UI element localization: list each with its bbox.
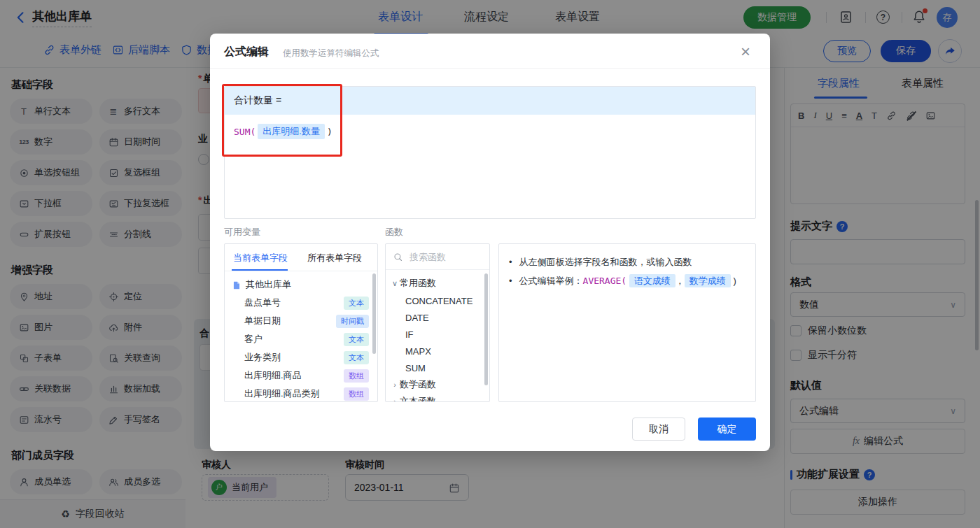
help-tip-2: •公式编辑举例：AVERAGE( 语文成绩，数学成绩 ) xyxy=(509,271,746,290)
variables-root-item[interactable]: 其他出库单 xyxy=(225,276,377,294)
variable-item[interactable]: 单据日期时间戳 xyxy=(225,312,377,330)
cancel-button[interactable]: 取消 xyxy=(632,418,685,441)
functions-tree: ∨常用函数 CONCATENATE DATE IF MAPX SUM ›数学函数… xyxy=(386,270,489,402)
formula-paren-close: ) xyxy=(327,127,332,137)
function-item[interactable]: IF xyxy=(386,326,489,343)
functions-scrollbar[interactable] xyxy=(484,273,488,385)
formula-function-name: SUM( xyxy=(234,127,255,137)
example-function-name: AVERAGE( xyxy=(583,276,627,286)
type-badge: 数组 xyxy=(344,369,369,383)
functions-panel: ∨常用函数 CONCATENATE DATE IF MAPX SUM ›数学函数… xyxy=(385,243,490,402)
variable-item[interactable]: 客户文本 xyxy=(225,330,377,348)
formula-edit-modal: 公式编辑 使用数学运算符编辑公式 × 合计数量 = SUM( 出库明细.数量 )… xyxy=(210,34,770,451)
function-group-text[interactable]: ›文本函数 xyxy=(386,393,489,402)
close-icon[interactable]: × xyxy=(741,43,750,60)
type-badge: 数组 xyxy=(344,387,369,401)
type-badge: 时间戳 xyxy=(336,315,369,328)
variable-item[interactable]: 出库明细.商品类别数组 xyxy=(225,385,377,402)
modal-header-divider xyxy=(210,68,770,69)
functions-label: 函数 xyxy=(385,226,403,238)
variables-tree: 其他出库单 盘点单号文本 单据日期时间戳 客户文本 业务类别文本 出库明细.商品… xyxy=(225,271,377,402)
modal-subtitle: 使用数学运算符编辑公式 xyxy=(283,48,379,59)
tab-current-form-fields[interactable]: 当前表单字段 xyxy=(233,252,288,264)
variables-label: 可用变量 xyxy=(224,226,260,238)
formula-expression[interactable]: SUM( 出库明细.数量 ) xyxy=(234,124,332,139)
confirm-button[interactable]: 确定 xyxy=(698,418,756,441)
function-group-math[interactable]: ›数学函数 xyxy=(386,376,489,393)
chevron-right-icon: › xyxy=(390,397,400,402)
function-item[interactable]: DATE xyxy=(386,309,489,326)
variables-tab-indicator xyxy=(232,269,288,271)
variables-scrollbar[interactable] xyxy=(372,273,376,354)
formula-editor[interactable]: 合计数量 = SUM( 出库明细.数量 ) xyxy=(224,86,756,219)
example-field-chip: 语文成绩 xyxy=(629,274,676,287)
formula-field-chip[interactable]: 出库明细.数量 xyxy=(258,124,325,139)
help-tip-1: •从左侧面板选择字段名和函数，或输入函数 xyxy=(509,252,746,271)
chevron-right-icon: › xyxy=(390,380,400,389)
variables-panel: 当前表单字段 所有表单字段 其他出库单 盘点单号文本 单据日期时间戳 客户文本 … xyxy=(224,243,378,402)
example-field-chip: 数学成绩 xyxy=(685,274,731,287)
formula-help-panel: •从左侧面板选择字段名和函数，或输入函数 •公式编辑举例：AVERAGE( 语文… xyxy=(498,243,756,402)
variable-item[interactable]: 盘点单号文本 xyxy=(225,294,377,312)
chevron-down-icon: ∨ xyxy=(390,279,400,288)
function-search xyxy=(386,244,489,270)
formula-target-bar: 合计数量 = xyxy=(225,87,755,115)
search-icon xyxy=(393,250,403,263)
function-item[interactable]: MAPX xyxy=(386,343,489,359)
function-search-input[interactable] xyxy=(408,251,477,263)
modal-title: 公式编辑 xyxy=(224,45,269,59)
form-doc-icon xyxy=(232,279,241,290)
type-badge: 文本 xyxy=(344,297,369,310)
type-badge: 文本 xyxy=(344,333,369,346)
variable-item[interactable]: 出库明细.商品数组 xyxy=(225,366,377,385)
tab-all-form-fields[interactable]: 所有表单字段 xyxy=(307,252,362,264)
function-group-common[interactable]: ∨常用函数 xyxy=(386,274,489,292)
type-badge: 文本 xyxy=(344,351,369,364)
variable-item[interactable]: 业务类别文本 xyxy=(225,348,377,366)
function-item[interactable]: SUM xyxy=(386,359,489,376)
variables-tabs: 当前表单字段 所有表单字段 xyxy=(225,244,377,271)
function-item[interactable]: CONCATENATE xyxy=(386,292,489,309)
app-root: 其他出库单 表单设计 流程设定 表单设置 数据管理 ? 存 表单外链 后端脚本 … xyxy=(0,0,980,528)
